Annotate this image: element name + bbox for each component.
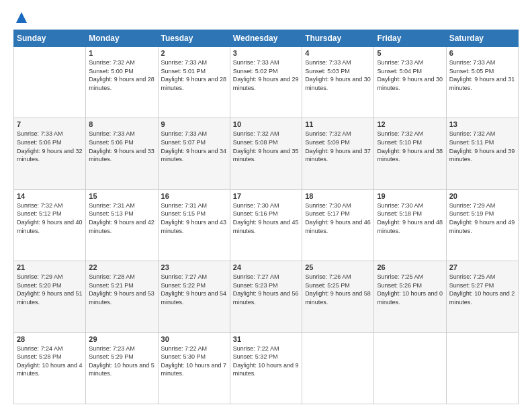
- day-number: 3: [233, 49, 299, 57]
- calendar-cell: [446, 332, 518, 404]
- day-info: Sunrise: 7:22 AMSunset: 5:32 PMDaylight:…: [233, 345, 299, 378]
- day-info: Sunrise: 7:31 AMSunset: 5:15 PMDaylight:…: [161, 201, 227, 235]
- logo-icon: [15, 11, 28, 24]
- calendar-cell: 31Sunrise: 7:22 AMSunset: 5:32 PMDayligh…: [230, 332, 302, 404]
- calendar-cell: 29Sunrise: 7:23 AMSunset: 5:29 PMDayligh…: [86, 332, 158, 404]
- calendar-cell: 4Sunrise: 7:33 AMSunset: 5:03 PMDaylight…: [302, 47, 374, 118]
- calendar-table: SundayMondayTuesdayWednesdayThursdayFrid…: [13, 30, 519, 404]
- day-number: 14: [17, 192, 83, 200]
- svg-marker-0: [16, 12, 27, 23]
- weekday-header-thursday: Thursday: [302, 30, 374, 47]
- day-number: 9: [161, 120, 227, 128]
- day-info: Sunrise: 7:33 AMSunset: 5:06 PMDaylight:…: [17, 130, 83, 163]
- day-info: Sunrise: 7:29 AMSunset: 5:20 PMDaylight:…: [17, 273, 83, 306]
- calendar-cell: 30Sunrise: 7:22 AMSunset: 5:30 PMDayligh…: [158, 332, 230, 404]
- calendar-cell: 23Sunrise: 7:27 AMSunset: 5:22 PMDayligh…: [158, 261, 230, 332]
- day-info: Sunrise: 7:33 AMSunset: 5:07 PMDaylight:…: [161, 130, 227, 163]
- weekday-header-wednesday: Wednesday: [230, 30, 302, 47]
- day-number: 19: [377, 192, 443, 200]
- day-info: Sunrise: 7:22 AMSunset: 5:30 PMDaylight:…: [161, 345, 227, 378]
- day-number: 5: [377, 49, 443, 57]
- calendar-cell: 19Sunrise: 7:30 AMSunset: 5:18 PMDayligh…: [374, 189, 446, 261]
- day-number: 7: [17, 120, 83, 128]
- calendar-cell: 18Sunrise: 7:30 AMSunset: 5:17 PMDayligh…: [302, 189, 374, 261]
- calendar-cell: 26Sunrise: 7:25 AMSunset: 5:26 PMDayligh…: [374, 261, 446, 332]
- calendar-cell: [302, 332, 374, 404]
- calendar-cell: 5Sunrise: 7:33 AMSunset: 5:04 PMDaylight…: [374, 47, 446, 118]
- weekday-header-row: SundayMondayTuesdayWednesdayThursdayFrid…: [14, 30, 519, 47]
- day-number: 1: [89, 49, 154, 57]
- weekday-header-friday: Friday: [374, 30, 446, 47]
- calendar-cell: 3Sunrise: 7:33 AMSunset: 5:02 PMDaylight…: [230, 47, 302, 118]
- calendar-cell: 2Sunrise: 7:33 AMSunset: 5:01 PMDaylight…: [158, 47, 230, 118]
- day-info: Sunrise: 7:24 AMSunset: 5:28 PMDaylight:…: [17, 345, 83, 378]
- day-number: 2: [161, 49, 227, 57]
- day-info: Sunrise: 7:33 AMSunset: 5:05 PMDaylight:…: [449, 58, 515, 92]
- calendar-cell: 25Sunrise: 7:26 AMSunset: 5:25 PMDayligh…: [302, 261, 374, 332]
- day-info: Sunrise: 7:27 AMSunset: 5:23 PMDaylight:…: [233, 273, 299, 306]
- header: [13, 11, 519, 24]
- calendar-cell: 12Sunrise: 7:32 AMSunset: 5:10 PMDayligh…: [374, 118, 446, 189]
- calendar-cell: 15Sunrise: 7:31 AMSunset: 5:13 PMDayligh…: [86, 189, 158, 261]
- calendar-week-row: 7Sunrise: 7:33 AMSunset: 5:06 PMDaylight…: [14, 118, 519, 189]
- weekday-header-sunday: Sunday: [14, 30, 86, 47]
- calendar-cell: [14, 47, 86, 118]
- day-number: 12: [377, 120, 443, 128]
- day-info: Sunrise: 7:31 AMSunset: 5:13 PMDaylight:…: [89, 201, 154, 235]
- day-info: Sunrise: 7:32 AMSunset: 5:09 PMDaylight:…: [305, 130, 371, 163]
- day-number: 15: [89, 192, 154, 200]
- day-number: 28: [17, 335, 83, 343]
- day-info: Sunrise: 7:33 AMSunset: 5:01 PMDaylight:…: [161, 58, 227, 92]
- day-number: 6: [449, 49, 515, 57]
- day-info: Sunrise: 7:32 AMSunset: 5:00 PMDaylight:…: [89, 58, 154, 92]
- calendar-week-row: 28Sunrise: 7:24 AMSunset: 5:28 PMDayligh…: [14, 332, 519, 404]
- calendar-cell: 21Sunrise: 7:29 AMSunset: 5:20 PMDayligh…: [14, 261, 86, 332]
- day-number: 4: [305, 49, 371, 57]
- day-info: Sunrise: 7:27 AMSunset: 5:22 PMDaylight:…: [161, 273, 227, 306]
- day-number: 13: [449, 120, 515, 128]
- calendar-cell: 17Sunrise: 7:30 AMSunset: 5:16 PMDayligh…: [230, 189, 302, 261]
- day-number: 24: [233, 263, 299, 271]
- calendar-cell: 6Sunrise: 7:33 AMSunset: 5:05 PMDaylight…: [446, 47, 518, 118]
- day-number: 17: [233, 192, 299, 200]
- calendar-cell: 13Sunrise: 7:32 AMSunset: 5:11 PMDayligh…: [446, 118, 518, 189]
- day-info: Sunrise: 7:23 AMSunset: 5:29 PMDaylight:…: [89, 345, 154, 378]
- day-info: Sunrise: 7:33 AMSunset: 5:06 PMDaylight:…: [89, 130, 154, 163]
- logo: [13, 11, 28, 24]
- day-info: Sunrise: 7:25 AMSunset: 5:26 PMDaylight:…: [377, 273, 443, 306]
- day-info: Sunrise: 7:26 AMSunset: 5:25 PMDaylight:…: [305, 273, 371, 306]
- day-info: Sunrise: 7:32 AMSunset: 5:10 PMDaylight:…: [377, 130, 443, 163]
- calendar-cell: 24Sunrise: 7:27 AMSunset: 5:23 PMDayligh…: [230, 261, 302, 332]
- day-info: Sunrise: 7:33 AMSunset: 5:03 PMDaylight:…: [305, 58, 371, 92]
- calendar-week-row: 14Sunrise: 7:32 AMSunset: 5:12 PMDayligh…: [14, 189, 519, 261]
- day-number: 23: [161, 263, 227, 271]
- day-info: Sunrise: 7:29 AMSunset: 5:19 PMDaylight:…: [449, 201, 515, 235]
- day-number: 18: [305, 192, 371, 200]
- calendar-cell: 28Sunrise: 7:24 AMSunset: 5:28 PMDayligh…: [14, 332, 86, 404]
- calendar-cell: 8Sunrise: 7:33 AMSunset: 5:06 PMDaylight…: [86, 118, 158, 189]
- day-number: 29: [89, 335, 154, 343]
- day-info: Sunrise: 7:30 AMSunset: 5:18 PMDaylight:…: [377, 201, 443, 235]
- day-number: 26: [377, 263, 443, 271]
- calendar-week-row: 1Sunrise: 7:32 AMSunset: 5:00 PMDaylight…: [14, 47, 519, 118]
- weekday-header-saturday: Saturday: [446, 30, 518, 47]
- day-info: Sunrise: 7:30 AMSunset: 5:17 PMDaylight:…: [305, 201, 371, 235]
- day-number: 27: [449, 263, 515, 271]
- calendar-cell: 27Sunrise: 7:25 AMSunset: 5:27 PMDayligh…: [446, 261, 518, 332]
- calendar-week-row: 21Sunrise: 7:29 AMSunset: 5:20 PMDayligh…: [14, 261, 519, 332]
- day-number: 30: [161, 335, 227, 343]
- day-info: Sunrise: 7:25 AMSunset: 5:27 PMDaylight:…: [449, 273, 515, 306]
- day-number: 11: [305, 120, 371, 128]
- day-info: Sunrise: 7:28 AMSunset: 5:21 PMDaylight:…: [89, 273, 154, 306]
- calendar-cell: 9Sunrise: 7:33 AMSunset: 5:07 PMDaylight…: [158, 118, 230, 189]
- day-info: Sunrise: 7:32 AMSunset: 5:12 PMDaylight:…: [17, 201, 83, 235]
- day-info: Sunrise: 7:30 AMSunset: 5:16 PMDaylight:…: [233, 201, 299, 235]
- day-number: 20: [449, 192, 515, 200]
- calendar-cell: 20Sunrise: 7:29 AMSunset: 5:19 PMDayligh…: [446, 189, 518, 261]
- day-info: Sunrise: 7:32 AMSunset: 5:11 PMDaylight:…: [449, 130, 515, 163]
- page: SundayMondayTuesdayWednesdayThursdayFrid…: [0, 0, 532, 411]
- calendar-cell: 1Sunrise: 7:32 AMSunset: 5:00 PMDaylight…: [86, 47, 158, 118]
- day-number: 21: [17, 263, 83, 271]
- calendar-cell: 7Sunrise: 7:33 AMSunset: 5:06 PMDaylight…: [14, 118, 86, 189]
- day-number: 8: [89, 120, 154, 128]
